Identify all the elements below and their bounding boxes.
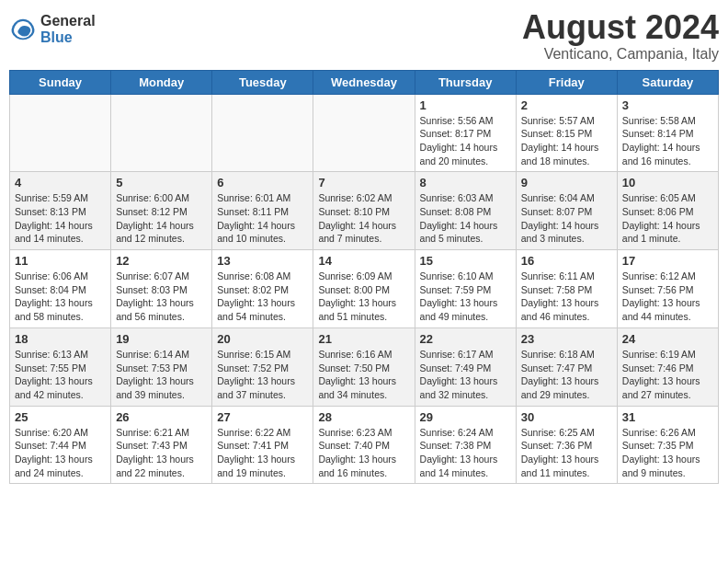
day-number: 2 <box>521 98 612 112</box>
calendar-day-cell: 30Sunrise: 6:25 AM Sunset: 7:36 PM Dayli… <box>516 406 617 484</box>
day-info: Sunrise: 6:17 AM Sunset: 7:49 PM Dayligh… <box>420 348 511 402</box>
day-number: 1 <box>420 98 511 112</box>
day-info: Sunrise: 6:03 AM Sunset: 8:08 PM Dayligh… <box>420 191 511 246</box>
calendar-week-row: 25Sunrise: 6:20 AM Sunset: 7:44 PM Dayli… <box>10 406 719 484</box>
logo-blue: Blue <box>40 29 96 46</box>
day-info: Sunrise: 5:58 AM Sunset: 8:14 PM Dayligh… <box>622 114 713 168</box>
calendar-day-cell: 8Sunrise: 6:03 AM Sunset: 8:08 PM Daylig… <box>415 172 516 250</box>
calendar-day-cell: 1Sunrise: 5:56 AM Sunset: 8:17 PM Daylig… <box>415 94 516 172</box>
logo-icon <box>9 16 37 43</box>
calendar-day-cell <box>212 94 313 172</box>
calendar-day-cell: 13Sunrise: 6:08 AM Sunset: 8:02 PM Dayli… <box>212 250 313 328</box>
day-number: 30 <box>521 410 612 424</box>
day-info: Sunrise: 6:08 AM Sunset: 8:02 PM Dayligh… <box>217 270 308 324</box>
day-number: 5 <box>116 176 207 190</box>
day-number: 13 <box>217 254 308 268</box>
day-info: Sunrise: 5:59 AM Sunset: 8:13 PM Dayligh… <box>15 191 106 246</box>
calendar-table: SundayMondayTuesdayWednesdayThursdayFrid… <box>9 70 719 485</box>
day-info: Sunrise: 6:18 AM Sunset: 7:47 PM Dayligh… <box>521 348 612 402</box>
logo-text: General Blue <box>40 13 96 45</box>
day-number: 25 <box>15 410 106 424</box>
calendar-day-cell: 19Sunrise: 6:14 AM Sunset: 7:53 PM Dayli… <box>111 327 212 406</box>
calendar-day-cell: 28Sunrise: 6:23 AM Sunset: 7:40 PM Dayli… <box>313 406 415 484</box>
day-number: 21 <box>318 332 409 346</box>
calendar-day-cell: 5Sunrise: 6:00 AM Sunset: 8:12 PM Daylig… <box>111 172 212 250</box>
day-number: 12 <box>116 254 207 268</box>
day-info: Sunrise: 6:24 AM Sunset: 7:38 PM Dayligh… <box>420 426 511 480</box>
title-area: August 2024 Venticano, Campania, Italy <box>522 9 719 63</box>
weekday-header: Sunday <box>10 70 111 94</box>
calendar-day-cell: 10Sunrise: 6:05 AM Sunset: 8:06 PM Dayli… <box>617 172 718 250</box>
day-number: 9 <box>521 176 612 190</box>
day-number: 15 <box>420 254 511 268</box>
day-info: Sunrise: 6:04 AM Sunset: 8:07 PM Dayligh… <box>521 191 612 246</box>
calendar-subtitle: Venticano, Campania, Italy <box>522 46 719 63</box>
day-info: Sunrise: 6:16 AM Sunset: 7:50 PM Dayligh… <box>318 348 409 402</box>
day-info: Sunrise: 6:15 AM Sunset: 7:52 PM Dayligh… <box>217 348 308 402</box>
weekday-header-row: SundayMondayTuesdayWednesdayThursdayFrid… <box>10 70 719 94</box>
calendar-day-cell <box>10 94 111 172</box>
calendar-day-cell <box>313 94 415 172</box>
day-number: 8 <box>420 176 511 190</box>
calendar-day-cell: 3Sunrise: 5:58 AM Sunset: 8:14 PM Daylig… <box>617 94 718 172</box>
weekday-header: Monday <box>111 70 212 94</box>
day-number: 22 <box>420 332 511 346</box>
day-number: 3 <box>622 98 713 112</box>
calendar-day-cell: 24Sunrise: 6:19 AM Sunset: 7:46 PM Dayli… <box>617 327 718 406</box>
logo: General Blue <box>9 13 96 45</box>
calendar-day-cell: 14Sunrise: 6:09 AM Sunset: 8:00 PM Dayli… <box>313 250 415 328</box>
calendar-day-cell: 23Sunrise: 6:18 AM Sunset: 7:47 PM Dayli… <box>516 327 617 406</box>
day-info: Sunrise: 6:22 AM Sunset: 7:41 PM Dayligh… <box>217 426 308 480</box>
calendar-day-cell: 16Sunrise: 6:11 AM Sunset: 7:58 PM Dayli… <box>516 250 617 328</box>
day-info: Sunrise: 6:26 AM Sunset: 7:35 PM Dayligh… <box>622 426 713 480</box>
day-info: Sunrise: 6:06 AM Sunset: 8:04 PM Dayligh… <box>15 270 106 324</box>
calendar-day-cell: 27Sunrise: 6:22 AM Sunset: 7:41 PM Dayli… <box>212 406 313 484</box>
weekday-header: Tuesday <box>212 70 313 94</box>
day-number: 10 <box>622 176 713 190</box>
day-info: Sunrise: 6:20 AM Sunset: 7:44 PM Dayligh… <box>15 426 106 480</box>
calendar-day-cell: 31Sunrise: 6:26 AM Sunset: 7:35 PM Dayli… <box>617 406 718 484</box>
day-info: Sunrise: 6:23 AM Sunset: 7:40 PM Dayligh… <box>318 426 409 480</box>
day-number: 26 <box>116 410 207 424</box>
calendar-week-row: 11Sunrise: 6:06 AM Sunset: 8:04 PM Dayli… <box>10 250 719 328</box>
calendar-day-cell: 11Sunrise: 6:06 AM Sunset: 8:04 PM Dayli… <box>10 250 111 328</box>
calendar-day-cell: 20Sunrise: 6:15 AM Sunset: 7:52 PM Dayli… <box>212 327 313 406</box>
day-info: Sunrise: 6:11 AM Sunset: 7:58 PM Dayligh… <box>521 270 612 324</box>
day-info: Sunrise: 6:14 AM Sunset: 7:53 PM Dayligh… <box>116 348 207 402</box>
day-info: Sunrise: 6:10 AM Sunset: 7:59 PM Dayligh… <box>420 270 511 324</box>
day-number: 18 <box>15 332 106 346</box>
calendar-day-cell <box>111 94 212 172</box>
day-info: Sunrise: 6:19 AM Sunset: 7:46 PM Dayligh… <box>622 348 713 402</box>
day-info: Sunrise: 6:09 AM Sunset: 8:00 PM Dayligh… <box>318 270 409 324</box>
calendar-day-cell: 18Sunrise: 6:13 AM Sunset: 7:55 PM Dayli… <box>10 327 111 406</box>
day-number: 11 <box>15 254 106 268</box>
day-info: Sunrise: 6:02 AM Sunset: 8:10 PM Dayligh… <box>318 191 409 246</box>
day-info: Sunrise: 6:13 AM Sunset: 7:55 PM Dayligh… <box>15 348 106 402</box>
day-info: Sunrise: 6:07 AM Sunset: 8:03 PM Dayligh… <box>116 270 207 324</box>
calendar-day-cell: 21Sunrise: 6:16 AM Sunset: 7:50 PM Dayli… <box>313 327 415 406</box>
day-number: 24 <box>622 332 713 346</box>
day-info: Sunrise: 6:21 AM Sunset: 7:43 PM Dayligh… <box>116 426 207 480</box>
calendar-day-cell: 29Sunrise: 6:24 AM Sunset: 7:38 PM Dayli… <box>415 406 516 484</box>
day-number: 28 <box>318 410 409 424</box>
day-number: 14 <box>318 254 409 268</box>
logo-general: General <box>40 13 96 29</box>
calendar-day-cell: 12Sunrise: 6:07 AM Sunset: 8:03 PM Dayli… <box>111 250 212 328</box>
calendar-week-row: 18Sunrise: 6:13 AM Sunset: 7:55 PM Dayli… <box>10 327 719 406</box>
day-number: 16 <box>521 254 612 268</box>
day-info: Sunrise: 6:01 AM Sunset: 8:11 PM Dayligh… <box>217 191 308 246</box>
calendar-day-cell: 25Sunrise: 6:20 AM Sunset: 7:44 PM Dayli… <box>10 406 111 484</box>
calendar-day-cell: 6Sunrise: 6:01 AM Sunset: 8:11 PM Daylig… <box>212 172 313 250</box>
calendar-day-cell: 17Sunrise: 6:12 AM Sunset: 7:56 PM Dayli… <box>617 250 718 328</box>
day-number: 27 <box>217 410 308 424</box>
calendar-day-cell: 7Sunrise: 6:02 AM Sunset: 8:10 PM Daylig… <box>313 172 415 250</box>
calendar-title: August 2024 <box>522 9 719 46</box>
day-info: Sunrise: 6:25 AM Sunset: 7:36 PM Dayligh… <box>521 426 612 480</box>
calendar-day-cell: 9Sunrise: 6:04 AM Sunset: 8:07 PM Daylig… <box>516 172 617 250</box>
day-number: 31 <box>622 410 713 424</box>
day-number: 4 <box>15 176 106 190</box>
calendar-day-cell: 22Sunrise: 6:17 AM Sunset: 7:49 PM Dayli… <box>415 327 516 406</box>
calendar-day-cell: 15Sunrise: 6:10 AM Sunset: 7:59 PM Dayli… <box>415 250 516 328</box>
day-number: 17 <box>622 254 713 268</box>
day-number: 23 <box>521 332 612 346</box>
